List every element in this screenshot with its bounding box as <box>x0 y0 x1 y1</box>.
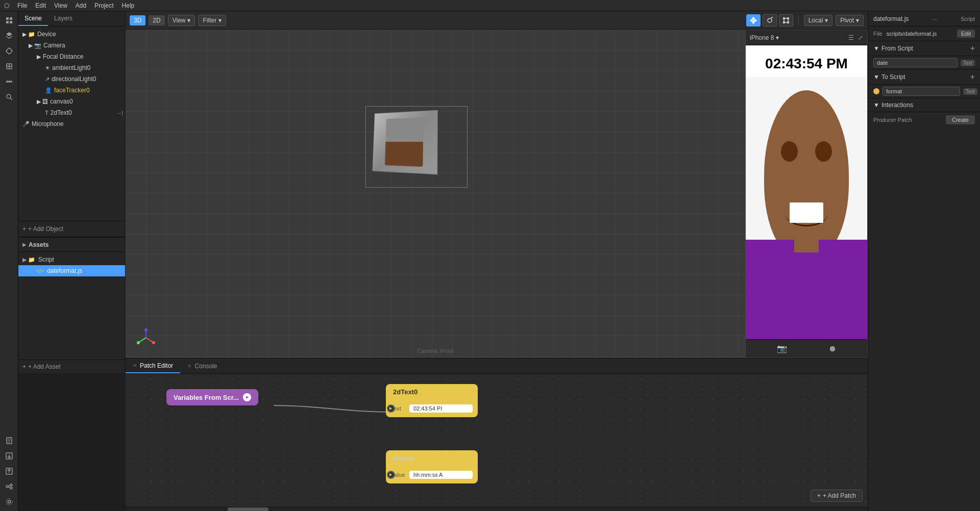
toolbar-scene-icon[interactable] <box>2 13 16 28</box>
tree-icon-2dtext: T <box>45 110 48 116</box>
record-icon[interactable]: ⏺ <box>828 344 837 353</box>
tree-icon-camera: ▶ 📷 <box>29 42 41 49</box>
to-script-input-row: Text ✕ <box>868 85 980 98</box>
menu-edit[interactable]: Edit <box>35 2 46 9</box>
axis-widget <box>136 327 156 348</box>
iphone-content: 02:43:54 PM <box>746 45 867 339</box>
view-dropdown[interactable]: View ▾ <box>168 15 195 26</box>
iphone-expand-icon[interactable]: ⤢ <box>858 34 863 41</box>
chevron-down-icon4: ▾ <box>856 17 859 24</box>
tab-scene[interactable]: Scene <box>18 11 48 26</box>
tree-label-device: Device <box>37 31 123 38</box>
screenshot-icon[interactable]: 📷 <box>777 344 787 353</box>
filter-dropdown[interactable]: Filter ▾ <box>198 15 226 26</box>
iphone-model-selector[interactable]: iPhone 8 ▾ <box>750 34 779 41</box>
tree-item-microphone[interactable]: 🎤 Microphone <box>18 118 125 130</box>
to-script-label: ▼ To Script <box>873 73 905 81</box>
from-script-input[interactable] <box>873 58 958 67</box>
tab-patch-editor[interactable]: ✕ Patch Editor <box>126 359 180 373</box>
toolbar-import-icon[interactable] <box>2 449 16 463</box>
from-script-add-btn[interactable]: + <box>970 44 975 53</box>
svg-line-27 <box>8 487 10 488</box>
to-script-add-btn[interactable]: + <box>970 73 975 81</box>
format-dot <box>873 88 879 94</box>
toolbar-ar-icon[interactable] <box>2 59 16 73</box>
transform-rotate-btn[interactable] <box>763 14 777 27</box>
patch-port-in-value[interactable] <box>387 471 395 479</box>
svg-point-40 <box>787 21 789 23</box>
add-asset-button[interactable]: + + Add Asset <box>18 360 125 373</box>
patch-field-text: Text 02:43:54 PI <box>391 403 473 414</box>
tree-item-face-tracker[interactable]: 👤 faceTracker0 <box>18 85 125 96</box>
close-icon-console[interactable]: ✕ <box>187 363 191 369</box>
patch-field-value-row: Value hh:mm:ss A <box>391 469 473 480</box>
tree-item-camera[interactable]: ▶ 📷 Camera <box>18 40 125 51</box>
file-label: File <box>873 31 883 37</box>
assets-header: ▶ Assets <box>18 238 125 252</box>
patch-editor-canvas[interactable]: Variables From Scr... 2dText0 <box>126 374 868 507</box>
viewport-3d[interactable]: Camera: Front <box>126 30 745 358</box>
patch-node-2dtext[interactable]: 2dText0 Text 02:43:54 PI <box>386 384 478 417</box>
face-canvas <box>372 110 437 175</box>
asset-dateformat[interactable]: </> dateformat.js <box>18 265 125 276</box>
horizontal-scrollbar[interactable] <box>126 507 868 511</box>
patch-port-in-text[interactable] <box>387 404 395 413</box>
toolbar-animation-icon[interactable] <box>2 74 16 89</box>
tree-icon-focal: ▶ <box>37 54 41 60</box>
to-script-input[interactable] <box>883 87 960 96</box>
toolbar-settings-icon[interactable] <box>2 495 16 509</box>
patch-node-format[interactable]: format Value hh:mm:ss A <box>386 450 478 483</box>
tree-item-2dtext[interactable]: T 2dText0 →| <box>18 107 125 118</box>
view-2d-button[interactable]: 2D <box>149 15 164 25</box>
toolbar-bottom-add-icon[interactable] <box>2 433 16 448</box>
patch-text-value[interactable]: 02:43:54 PI <box>409 404 473 413</box>
tree-item-directional-light[interactable]: ↗ directionalLight0 <box>18 73 125 85</box>
tab-console[interactable]: ✕ Console <box>180 359 224 373</box>
iphone-list-icon[interactable]: ☰ <box>848 34 854 41</box>
create-button[interactable]: Create <box>946 115 975 124</box>
patch-node-variables[interactable]: Variables From Scr... <box>166 389 258 405</box>
tab-layers[interactable]: Layers <box>48 11 79 26</box>
pivot-dropdown[interactable]: Pivot ▾ <box>836 15 864 26</box>
from-script-header[interactable]: ▼ From Script + <box>868 41 980 56</box>
toolbar-layers-icon[interactable] <box>2 29 16 43</box>
view-3d-button[interactable]: 3D <box>130 15 145 25</box>
add-patch-button[interactable]: + + Add Patch <box>811 490 863 502</box>
tree-item-ambient-light[interactable]: ☀ ambientLight0 <box>18 62 125 73</box>
patch-value-value[interactable]: hh:mm:ss A <box>409 471 473 479</box>
add-object-button[interactable]: + + Add Object <box>18 221 125 237</box>
menu-bar: ⬡ File Edit View Add Project Help <box>0 0 980 11</box>
svg-point-13 <box>8 81 10 83</box>
local-dropdown[interactable]: Local ▾ <box>804 15 833 26</box>
menu-view[interactable]: View <box>54 2 67 9</box>
svg-point-39 <box>783 21 785 23</box>
viewport-toolbar: 3D 2D View ▾ Filter ▾ <box>126 11 868 30</box>
menu-project[interactable]: Project <box>94 2 113 9</box>
toolbar-search-icon[interactable] <box>2 90 16 104</box>
toolbar-patch-icon[interactable] <box>2 479 16 494</box>
menu-add[interactable]: Add <box>76 2 86 9</box>
transform-scale-btn[interactable] <box>779 14 793 27</box>
svg-marker-48 <box>389 407 392 410</box>
console-tab-label: Console <box>194 363 217 370</box>
tree-item-device[interactable]: ▶ 📁 Device <box>18 29 125 40</box>
tree-item-focal-distance[interactable]: ▶ Focal Distance <box>18 51 125 62</box>
viewport-object[interactable] <box>371 111 452 183</box>
add-patch-icon: + <box>817 492 821 499</box>
asset-script-folder[interactable]: ▶ 📁 Script <box>18 254 125 265</box>
interactions-header[interactable]: ▼ Interactions <box>868 98 980 112</box>
toolbar-export-icon[interactable] <box>2 464 16 478</box>
close-icon-patch[interactable]: ✕ <box>133 363 137 368</box>
transform-move-btn[interactable] <box>746 14 761 27</box>
svg-point-44 <box>152 341 155 344</box>
add-asset-icon: + <box>22 363 26 370</box>
svg-rect-3 <box>10 21 12 23</box>
menu-help[interactable]: Help <box>122 2 135 9</box>
tree-item-canvas[interactable]: ▶ 🖼 canvas0 <box>18 96 125 107</box>
svg-marker-32 <box>752 22 754 23</box>
menu-file[interactable]: File <box>17 2 27 9</box>
toolbar-effects-icon[interactable] <box>2 44 16 58</box>
edit-button[interactable]: Edit <box>957 30 975 38</box>
to-script-header[interactable]: ▼ To Script + <box>868 70 980 85</box>
patch-port-out-purple[interactable] <box>243 393 251 401</box>
